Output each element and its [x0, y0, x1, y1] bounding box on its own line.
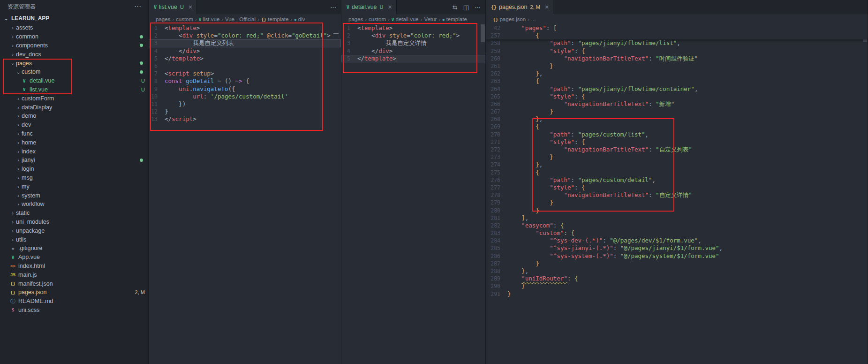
code-editor-detail-vue[interactable]: 1<template>2 <div style="color: red;">3 … [341, 24, 485, 364]
code-line-1[interactable]: 1<template> [341, 24, 485, 32]
breadcrumb-item-custom[interactable]: custom [176, 16, 193, 22]
code-line-9[interactable]: 9 uni.navigateTo({ [149, 85, 341, 93]
code-line-260[interactable]: 260 "navigationBarTitleText": "时间组件验证" [486, 55, 868, 62]
tab-list-vue[interactable]: Vlist.vueU× [149, 0, 197, 14]
code-line-262[interactable]: 262 }, [486, 70, 868, 77]
code-line-270[interactable]: 270 "path": "pages/custom/list", [486, 131, 868, 138]
tree-item-dev-docs[interactable]: ›dev_docs [0, 50, 148, 59]
code-line-12[interactable]: 12} [149, 108, 341, 115]
code-line-287[interactable]: 287 } [486, 260, 868, 267]
code-line-289[interactable]: 289 "uniIdRouter": { [486, 275, 868, 282]
tree-item-my[interactable]: ›my [0, 182, 148, 191]
code-line-6[interactable]: 6 [149, 62, 341, 70]
breadcrumb-item-vetur[interactable]: Vetur [424, 16, 437, 22]
code-line-3[interactable]: 3 我是自定义列表 [149, 39, 341, 47]
tree-item-assets[interactable]: ›assets [0, 23, 148, 32]
code-line-3[interactable]: 3 我是自定义详情 [341, 39, 485, 47]
breadcrumb-item-list-vue[interactable]: Vlist.vue [199, 16, 220, 22]
code-line-275[interactable]: 275 { [486, 169, 868, 176]
code-line-10[interactable]: 10 url: '/pages/custom/detail' [149, 93, 341, 100]
code-line-269[interactable]: 269 { [486, 123, 868, 130]
code-line-288[interactable]: 288 }, [486, 267, 868, 275]
breadcrumb-item-pages[interactable]: pages [156, 16, 170, 22]
code-line-258[interactable]: 258 "path": "pages/jianyi/flowTime/list"… [486, 39, 868, 47]
tree-item-readme-md[interactable]: ⓘREADME.md [0, 297, 148, 306]
code-line-4[interactable]: 4 </div> [149, 47, 341, 55]
breadcrumb-item-template[interactable]: ◈template [442, 16, 467, 22]
code-line-5[interactable]: 5</template> [149, 55, 341, 62]
tree-item-pages[interactable]: ⌄pages [0, 59, 148, 68]
tree-item-msg[interactable]: ›msg [0, 174, 148, 182]
code-line-271[interactable]: 271 "style": { [486, 138, 868, 146]
tree-item-list-vue[interactable]: Vlist.vueU [0, 85, 148, 94]
tree-item-index[interactable]: ›index [0, 147, 148, 156]
code-line-261[interactable]: 261 } [486, 62, 868, 70]
tree-item-components[interactable]: ›components [0, 41, 148, 50]
code-line-11[interactable]: 11 }) [149, 100, 341, 108]
tree-item-jianyi[interactable]: ›jianyi [0, 156, 148, 165]
code-line-5[interactable]: 5</template> [341, 55, 485, 62]
code-line-259[interactable]: 259 "style": { [486, 47, 868, 55]
tree-item-custom[interactable]: ⌄custom [0, 68, 148, 76]
code-line-268[interactable]: 268 }, [486, 115, 868, 123]
code-line-2[interactable]: 2 <div style="color: red;"> [341, 32, 485, 39]
more-actions-icon[interactable]: ⋯ [475, 4, 481, 11]
tree-item-app-vue[interactable]: VApp.vue [0, 253, 148, 262]
tree-item-gitignore[interactable]: ◈.gitignore [0, 244, 148, 253]
tree-item-customform[interactable]: ›customForm [0, 94, 148, 103]
tree-item-detail-vue[interactable]: Vdetail.vueU [0, 76, 148, 85]
code-editor-list-vue[interactable]: 1<template>2 <div style="color: red;" @c… [149, 24, 341, 364]
close-icon[interactable]: × [189, 3, 192, 11]
tree-item-manifest-json[interactable]: {}manifest.json [0, 279, 148, 288]
close-icon[interactable]: × [388, 3, 392, 11]
code-line-8[interactable]: 8const goDetail = () => { [149, 77, 341, 85]
code-line-278[interactable]: 278 "navigationBarTitleText": "自定义详情" [486, 191, 868, 199]
tab-pages-json[interactable]: {}pages.json2, M× [486, 0, 553, 14]
code-line-264[interactable]: 264 "path": "pages/jianyi/flowTime/conta… [486, 85, 868, 93]
code-line-265[interactable]: 265 "style": { [486, 93, 868, 100]
tree-item-main-js[interactable]: JSmain.js [0, 270, 148, 279]
tree-item-uni-scss[interactable]: Suni.scss [0, 306, 148, 315]
more-actions-icon[interactable]: ⋯ [330, 4, 336, 11]
tree-item-datadisplay[interactable]: ›dataDisplay [0, 103, 148, 112]
tree-item-unpackage[interactable]: ›unpackage [0, 226, 148, 235]
code-line-4[interactable]: 4 </div> [341, 47, 485, 55]
tree-item-dev[interactable]: ›dev [0, 121, 148, 129]
tree-item-demo[interactable]: ›demo [0, 112, 148, 121]
code-line-279[interactable]: 279 } [486, 199, 868, 206]
code-line-257[interactable]: 257 { [486, 32, 868, 39]
code-line-280[interactable]: 280 } [486, 207, 868, 214]
tree-item-func[interactable]: ›func [0, 129, 148, 138]
code-line-291[interactable]: 291} [486, 290, 868, 298]
tree-item-workflow[interactable]: ›workflow [0, 200, 148, 209]
code-line-42[interactable]: 42 "pages": [ [486, 24, 868, 32]
code-line-7[interactable]: 7<script setup> [149, 70, 341, 77]
code-editor-pages-json[interactable]: 42 "pages": [257 { 258 "path": "pages/ji… [486, 24, 868, 364]
code-line-284[interactable]: 284 "^sys-dev-(.*)": "@/pages/dev/$1/for… [486, 237, 868, 244]
tree-item-utils[interactable]: ›utils [0, 235, 148, 244]
code-line-283[interactable]: 283 "custom": { [486, 229, 868, 237]
code-line-272[interactable]: 272 "navigationBarTitleText": "自定义列表" [486, 146, 868, 153]
code-line-2[interactable]: 2 <div style="color: red;" @click="goDet… [149, 32, 341, 39]
code-line-266[interactable]: 266 "navigationBarTitleText": "新增" [486, 100, 868, 108]
tree-item-system[interactable]: ›system [0, 191, 148, 200]
code-line-281[interactable]: 281 ], [486, 214, 868, 222]
tree-item-pages-json[interactable]: {}pages.json2, M [0, 288, 148, 297]
more-actions-icon[interactable]: ⋯ [134, 2, 142, 11]
code-line-282[interactable]: 282 "easycom": { [486, 222, 868, 229]
code-line-277[interactable]: 277 "style": { [486, 184, 868, 191]
breadcrumb-item-template[interactable]: {}template [261, 16, 289, 22]
breadcrumb-item-vue-official[interactable]: Vue - Official [225, 16, 256, 22]
code-line-285[interactable]: 285 "^sys-jianyi-(.*)": "@/pages/jianyi/… [486, 244, 868, 252]
code-line-263[interactable]: 263 { [486, 77, 868, 85]
compare-changes-icon[interactable]: ⇆ [453, 4, 458, 11]
split-editor-icon[interactable]: ◫ [463, 4, 469, 11]
breadcrumb-item-div[interactable]: ◈div [294, 16, 305, 22]
code-line-273[interactable]: 273 } [486, 153, 868, 161]
breadcrumb-item-pages-json[interactable]: {}pages.json [493, 16, 526, 22]
tree-item-home[interactable]: ›home [0, 138, 148, 147]
code-line-286[interactable]: 286 "^sys-system-(.*)": "@/pages/system/… [486, 252, 868, 260]
tree-item-index-html[interactable]: <>index.html [0, 262, 148, 271]
tree-item-uni-modules[interactable]: ›uni_modules [0, 218, 148, 227]
code-line-13[interactable]: 13</script> [149, 115, 341, 123]
